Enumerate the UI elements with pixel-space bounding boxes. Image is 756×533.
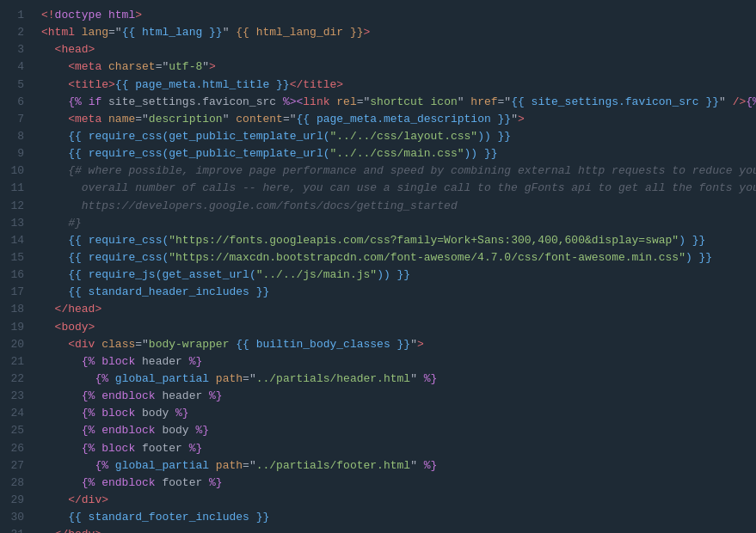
code-line-8: {{ require_css(get_public_template_url("… [41,128,756,145]
code-line-5: <title>{{ page_meta.html_title }}</title… [41,77,756,94]
line-num-20: 20 [0,336,31,353]
line-num-15: 15 [0,249,31,266]
code-line-26: {% endblock body %} [41,422,756,439]
line-numbers: 1 2 3 4 5 6 7 8 9 10 11 12 13 14 15 16 1… [0,0,31,533]
line-num-22: 22 [0,371,31,388]
code-line-7: <meta name="description" content="{{ pag… [41,111,756,128]
code-line-16: {{ require_js(get_asset_url("../../js/ma… [41,266,756,284]
line-num-28: 28 [0,475,31,492]
code-line-23: {% endblock header %} [41,388,756,405]
code-line-30: {% endblock footer %} [41,475,756,492]
code-line-32: {{ standard_footer_includes }} [41,509,756,526]
line-num-25: 25 [0,422,31,439]
code-line-20: <div class="body-wrapper {{ builtin_body… [41,336,756,353]
code-line-17: {{ standard_header_includes }} [41,284,756,301]
code-line-21: {% block header %} [41,353,756,371]
line-num-26: 26 [0,440,31,457]
line-num-11: 11 [0,180,31,197]
line-num-12: 12 [0,198,31,215]
code-line-29: {% global_partial path="../partials/foot… [41,457,756,475]
line-num-6: 6 [0,94,31,111]
line-num-7: 7 [0,111,31,128]
code-line-3: <head> [41,41,756,58]
code-line-1: <!doctype html> [41,7,756,24]
code-line-13: #} [41,215,756,232]
line-num-2: 2 [0,24,31,41]
line-num-5: 5 [0,77,31,94]
line-num-17: 17 [0,284,31,301]
code-line-10: {# where possible, improve page performa… [41,162,756,180]
code-editor: 1 2 3 4 5 6 7 8 9 10 11 12 13 14 15 16 1… [0,0,756,533]
code-line-2: <html lang="{{ html_lang }}" {{ html_lan… [41,24,756,41]
line-num-21: 21 [0,353,31,371]
code-content[interactable]: <!doctype html> <html lang="{{ html_lang… [31,0,756,533]
code-line-15: {{ require_css("https://maxcdn.bootstrap… [41,249,756,266]
code-line-4: <meta charset="utf-8"> [41,58,756,76]
line-num-19: 19 [0,319,31,336]
line-num-8: 8 [0,128,31,145]
line-num-13: 13 [0,215,31,232]
line-num-3: 3 [0,41,31,58]
code-line-9: {{ require_css(get_public_template_url("… [41,145,756,162]
line-num-30: 30 [0,509,31,526]
code-line-33: </body> [41,526,756,533]
code-line-31: </div> [41,492,756,509]
code-line-6: {% if site_settings.favicon_src %><link … [41,94,756,111]
line-num-31: 31 [0,526,31,533]
line-num-10: 10 [0,162,31,180]
line-num-16: 16 [0,266,31,284]
line-num-14: 14 [0,232,31,249]
line-num-1: 1 [0,7,31,24]
line-num-9: 9 [0,145,31,162]
code-line-14: {{ require_css("https://fonts.googleapis… [41,232,756,249]
code-line-25: {% block body %} [41,405,756,422]
code-line-28: {% block footer %} [41,440,756,457]
code-line-22: {% global_partial path="../partials/head… [41,371,756,388]
line-num-23: 23 [0,388,31,405]
code-line-19: <body> [41,319,756,336]
code-line-11: overall number of calls -- here, you can… [41,180,756,197]
line-num-27: 27 [0,457,31,475]
line-num-24: 24 [0,405,31,422]
line-num-29: 29 [0,492,31,509]
line-num-18: 18 [0,301,31,318]
code-line-18: </head> [41,301,756,318]
line-num-4: 4 [0,58,31,76]
code-line-12: https://developers.google.com/fonts/docs… [41,198,756,215]
